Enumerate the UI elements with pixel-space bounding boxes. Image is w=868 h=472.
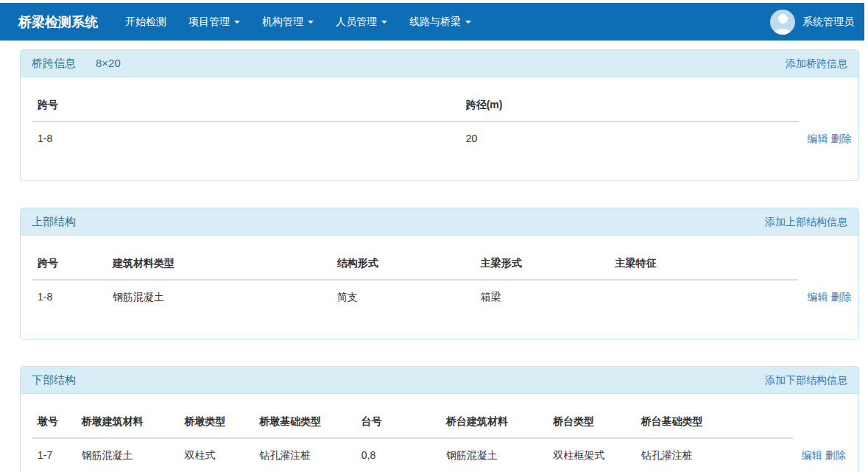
column-header: 结构形式 [331,247,475,280]
table-cell: 钻孔灌注桩 [253,438,356,471]
main-menu: 开始检测项目管理机构管理人员管理线路与桥梁 [114,3,482,40]
table-cell [609,280,798,313]
table-header-row: 墩号桥墩建筑材料桥墩类型桥墩基础类型台号桥台建筑材料桥台类型桥台基础类型 [32,405,847,438]
table-cell: 双柱框架式 [547,438,635,471]
table-cell: 钢筋混凝土 [440,438,547,471]
superstructure-table: 跨号建筑材料类型结构形式主梁形式主梁特征1-8钢筋混凝土简支箱梁编辑删除 [32,247,847,313]
column-header: 桥墩建筑材料 [76,405,179,438]
page: 桥梁检测系统 开始检测项目管理机构管理人员管理线路与桥梁 系统管理员 桥跨信息 … [0,0,868,472]
nav-item-0[interactable]: 开始检测 [114,3,177,40]
column-header: 桥台建筑材料 [440,405,547,438]
table-cell: 简支 [331,280,475,313]
table-cell: 钢筋混凝土 [107,280,331,313]
content-area: 桥跨信息 8×20 添加桥跨信息 跨号跨径(m)1-820编辑删除 上部结构 添… [20,49,859,472]
table-header-row: 跨号建筑材料类型结构形式主梁形式主梁特征 [32,247,847,280]
row-actions: 编辑删除 [793,438,847,471]
edit-link[interactable]: 编辑 [807,291,828,303]
panel-substructure: 下部结构 添加下部结构信息 墩号桥墩建筑材料桥墩类型桥墩基础类型台号桥台建筑材料… [20,366,859,472]
column-header: 主梁形式 [475,247,610,280]
column-header-actions [798,247,847,280]
caret-down-icon [234,21,240,24]
caret-down-icon [381,21,387,24]
column-header-actions [799,88,847,121]
column-header: 桥台基础类型 [635,405,793,438]
table-cell: 钢筋混凝土 [76,438,179,471]
column-header: 跨径(m) [460,88,799,121]
edit-link[interactable]: 编辑 [802,449,822,461]
user-name-label: 系统管理员 [802,15,854,29]
row-actions: 编辑删除 [799,121,847,155]
panel-heading: 上部结构 添加上部结构信息 [21,208,858,236]
user-avatar-icon [770,10,795,35]
column-header: 墩号 [32,405,76,438]
spans-table: 跨号跨径(m)1-820编辑删除 [32,88,847,155]
panel-subtitle: 8×20 [96,56,121,71]
add-superstructure-link[interactable]: 添加上部结构信息 [765,214,847,229]
table-cell: 1-7 [32,438,76,471]
column-header: 跨号 [32,247,107,280]
table-cell: 1-8 [32,121,460,155]
table-row: 1-820编辑删除 [32,121,847,155]
panel-body: 墩号桥墩建筑材料桥墩类型桥墩基础类型台号桥台建筑材料桥台类型桥台基础类型1-7钢… [21,394,858,472]
caret-down-icon [308,21,314,24]
delete-link[interactable]: 删除 [825,449,846,461]
table-header-row: 跨号跨径(m) [32,88,847,121]
panel-body: 跨号建筑材料类型结构形式主梁形式主梁特征1-8钢筋混凝土简支箱梁编辑删除 [21,236,858,339]
column-header: 桥墩类型 [178,405,253,438]
app-brand[interactable]: 桥梁检测系统 [0,13,114,31]
column-header: 台号 [356,405,440,438]
table-cell: 箱梁 [475,280,610,313]
delete-link[interactable]: 删除 [831,133,852,144]
table-cell: 20 [460,121,799,155]
nav-item-3[interactable]: 人员管理 [325,3,398,40]
caret-down-icon [465,21,471,24]
panel-title: 上部结构 [32,214,76,229]
add-span-link[interactable]: 添加桥跨信息 [786,56,847,71]
column-header-actions [793,405,847,438]
table-cell: 0,8 [356,438,440,471]
user-menu[interactable]: 系统管理员 [770,10,864,35]
row-actions: 编辑删除 [798,280,847,313]
table-cell: 双柱式 [178,438,253,471]
panel-body: 跨号跨径(m)1-820编辑删除 [21,77,858,180]
table-row: 1-8钢筋混凝土简支箱梁编辑删除 [32,280,847,313]
panel-heading: 桥跨信息 8×20 添加桥跨信息 [21,50,858,77]
table-cell: 1-8 [32,280,107,313]
column-header: 建筑材料类型 [107,247,331,280]
column-header: 主梁特征 [609,247,798,280]
column-header: 桥墩基础类型 [253,405,356,438]
panel-superstructure: 上部结构 添加上部结构信息 跨号建筑材料类型结构形式主梁形式主梁特征1-8钢筋混… [20,208,859,339]
panel-title: 下部结构 [32,373,76,387]
delete-link[interactable]: 删除 [830,291,851,303]
table-cell: 钻孔灌注桩 [635,438,793,471]
panel-heading: 下部结构 添加下部结构信息 [21,367,858,394]
edit-link[interactable]: 编辑 [808,133,828,144]
top-navbar: 桥梁检测系统 开始检测项目管理机构管理人员管理线路与桥梁 系统管理员 [0,3,864,40]
panel-title: 桥跨信息 [32,56,76,71]
column-header: 桥台类型 [547,405,635,438]
nav-item-4[interactable]: 线路与桥梁 [398,3,482,40]
substructure-table: 墩号桥墩建筑材料桥墩类型桥墩基础类型台号桥台建筑材料桥台类型桥台基础类型1-7钢… [32,405,847,471]
table-row: 1-7钢筋混凝土双柱式钻孔灌注桩0,8钢筋混凝土双柱框架式钻孔灌注桩编辑删除 [32,438,847,471]
add-substructure-link[interactable]: 添加下部结构信息 [765,373,847,387]
nav-item-1[interactable]: 项目管理 [177,3,251,40]
panel-bridge-spans: 桥跨信息 8×20 添加桥跨信息 跨号跨径(m)1-820编辑删除 [20,49,859,181]
column-header: 跨号 [32,88,460,121]
nav-item-2[interactable]: 机构管理 [251,3,325,40]
